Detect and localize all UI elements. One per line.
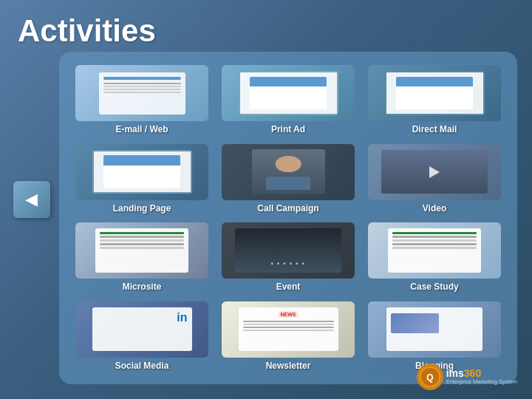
linkedin-icon [92, 307, 192, 351]
activity-item-call-campaign[interactable]: Call Campaign [222, 144, 355, 214]
screen-inner [250, 77, 327, 109]
thumb-email-web [75, 65, 208, 121]
doc-icon-email [99, 72, 185, 115]
activity-item-event[interactable]: Event [222, 222, 355, 293]
blog-icon [386, 307, 482, 351]
audience-icon-event [235, 228, 341, 272]
activities-grid: E-mail / Web Print Ad Direct Mail [75, 65, 501, 371]
screen-inner2 [396, 77, 474, 109]
label-video: Video [423, 203, 446, 214]
screen-icon-direct [385, 71, 485, 115]
logo-brand: ims360 [446, 368, 517, 378]
report-icon-microsite [95, 228, 188, 272]
screen-inner3 [103, 155, 181, 188]
thumb-call-campaign [222, 144, 355, 200]
label-event: Event [276, 282, 301, 292]
logo-icon: Q [417, 364, 443, 390]
logo-svg: Q [420, 366, 440, 387]
label-direct-mail: Direct Mail [412, 124, 457, 134]
activity-item-case-study[interactable]: Case Study [368, 222, 501, 293]
activity-item-microsite[interactable]: Microsite [75, 222, 208, 293]
activity-item-email-web[interactable]: E-mail / Web [75, 65, 208, 135]
label-landing-page: Landing Page [113, 203, 171, 214]
back-button[interactable] [13, 181, 50, 218]
thumb-newsletter [222, 301, 355, 358]
label-email-web: E-mail / Web [115, 124, 168, 134]
logo-text-block: ims360 Enterprise Marketing System [446, 368, 517, 386]
thumb-social-media [75, 301, 208, 358]
page-title: Activities [0, 0, 532, 56]
thumb-blogging [368, 301, 501, 358]
play-icon [429, 166, 440, 178]
thumb-print-ad [222, 65, 355, 121]
screen-icon-landing [92, 150, 192, 194]
thumb-landing-page [75, 144, 208, 200]
activity-item-print-ad[interactable]: Print Ad [222, 65, 355, 135]
label-print-ad: Print Ad [271, 124, 305, 134]
activity-item-direct-mail[interactable]: Direct Mail [368, 65, 501, 135]
label-newsletter: Newsletter [266, 361, 311, 371]
activity-item-newsletter[interactable]: Newsletter [222, 301, 355, 372]
screen-icon-print [239, 71, 338, 115]
activity-item-social-media[interactable]: Social Media [75, 301, 208, 372]
svg-text:Q: Q [426, 372, 433, 383]
label-microsite: Microsite [123, 282, 162, 292]
newsletter-icon [239, 307, 338, 351]
person-icon-call [252, 149, 325, 194]
video-icon [381, 150, 488, 194]
label-call-campaign: Call Campaign [257, 203, 318, 214]
thumb-video [368, 144, 501, 200]
label-social-media: Social Media [115, 361, 169, 371]
logo-tagline: Enterprise Marketing System [446, 378, 517, 386]
activity-item-blogging[interactable]: Blogging [368, 301, 501, 372]
thumb-event [222, 222, 355, 279]
thumb-case-study [368, 222, 501, 279]
ims360-logo: Q ims360 Enterprise Marketing System [417, 364, 517, 390]
thumb-direct-mail [368, 65, 501, 121]
activity-item-landing-page[interactable]: Landing Page [75, 144, 208, 214]
activities-grid-container: E-mail / Web Print Ad Direct Mail [59, 52, 517, 384]
blog-image-icon [391, 313, 439, 333]
report-icon-casestudy [388, 228, 481, 272]
activity-item-video[interactable]: Video [368, 144, 501, 214]
logo-360: 360 [464, 367, 481, 379]
label-case-study: Case Study [410, 282, 458, 292]
thumb-microsite [75, 222, 208, 279]
logo-ims: ims [446, 367, 464, 379]
